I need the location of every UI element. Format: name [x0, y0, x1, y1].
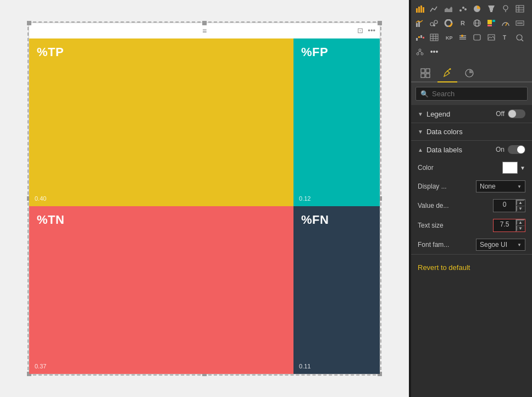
- legend-header[interactable]: ▼ Legend Off: [411, 105, 532, 123]
- svg-line-52: [522, 40, 523, 41]
- svg-line-57: [420, 51, 422, 53]
- handle-tm[interactable]: [202, 21, 207, 25]
- tab-bar: [411, 62, 532, 82]
- color-row: Color ▼: [411, 158, 532, 177]
- color-label: Color: [418, 164, 498, 172]
- svg-point-51: [517, 35, 522, 40]
- icon-decomp[interactable]: [413, 45, 426, 58]
- icon-waterfall[interactable]: [413, 31, 426, 44]
- data-labels-header[interactable]: ▲ Data labels On: [411, 141, 532, 158]
- handle-tl[interactable]: [27, 21, 31, 25]
- svg-point-47: [461, 35, 463, 37]
- icon-card[interactable]: [513, 16, 527, 30]
- svg-rect-9: [490, 9, 493, 10]
- more-options-icon[interactable]: •••: [368, 26, 375, 35]
- font-family-row: Font fam... Segoe UI ▼: [411, 235, 532, 254]
- icon-text[interactable]: T: [499, 31, 512, 44]
- treemap-cell-fn[interactable]: %FN 0.11: [293, 206, 380, 374]
- data-labels-toggle[interactable]: [508, 145, 525, 154]
- icon-funnel[interactable]: [485, 2, 498, 15]
- treemap-cell-fp[interactable]: %FP 0.12: [293, 38, 380, 206]
- svg-marker-8: [488, 5, 495, 9]
- display-dropdown-icon: ▼: [517, 184, 522, 189]
- right-panel: R KPI: [411, 0, 532, 397]
- search-bar: 🔍: [411, 82, 532, 105]
- svg-point-20: [434, 20, 437, 24]
- icon-image[interactable]: [485, 31, 498, 44]
- font-family-dropdown[interactable]: Segoe UI ▼: [476, 239, 525, 251]
- icon-gauge[interactable]: [499, 16, 512, 30]
- svg-text:T: T: [503, 35, 506, 41]
- color-swatch[interactable]: [502, 162, 518, 174]
- icon-matrix[interactable]: [428, 31, 441, 44]
- svg-point-6: [462, 7, 464, 9]
- icon-qs[interactable]: [513, 31, 527, 44]
- svg-point-21: [433, 24, 435, 26]
- text-size-input: 7.5 ▲ ▼: [493, 219, 525, 232]
- icon-table[interactable]: [513, 2, 527, 15]
- legend-section: ▼ Legend Off: [411, 105, 532, 123]
- svg-rect-48: [474, 35, 480, 40]
- icon-map[interactable]: [499, 2, 512, 15]
- color-dropdown-arrow[interactable]: ▼: [520, 165, 525, 171]
- icon-bar-chart[interactable]: [413, 2, 426, 15]
- data-labels-label: Data labels: [426, 146, 462, 154]
- font-family-label: Font fam...: [418, 241, 472, 249]
- text-size-down[interactable]: ▼: [516, 225, 525, 231]
- svg-rect-34: [416, 38, 418, 41]
- icon-slicer[interactable]: [456, 31, 469, 44]
- search-input-wrap[interactable]: 🔍: [415, 87, 528, 101]
- text-size-label: Text size: [418, 222, 489, 229]
- svg-rect-3: [423, 7, 424, 13]
- revert-to-default-button[interactable]: Revert to default: [418, 263, 470, 272]
- icon-treemap[interactable]: [485, 16, 498, 30]
- value-decimal-down[interactable]: ▼: [516, 206, 525, 212]
- icon-line-chart[interactable]: [428, 2, 441, 15]
- data-labels-chevron: ▲: [418, 147, 423, 153]
- icon-more-visualizations[interactable]: •••: [428, 45, 441, 58]
- data-labels-toggle-label: On: [496, 146, 505, 153]
- treemap: %TP 0.40 %FP 0.12 %TN 0.37 %FN 0.11: [29, 38, 380, 374]
- svg-rect-0: [416, 8, 418, 13]
- icon-area-chart[interactable]: [442, 2, 455, 15]
- icon-pie[interactable]: [470, 2, 484, 15]
- icon-scatter[interactable]: [456, 2, 469, 15]
- legend-toggle[interactable]: [508, 109, 525, 118]
- icon-combo[interactable]: [413, 16, 426, 30]
- svg-rect-28: [492, 20, 495, 22]
- svg-marker-4: [445, 7, 452, 12]
- svg-rect-59: [426, 69, 430, 73]
- handle-tr[interactable]: [378, 21, 382, 25]
- svg-point-63: [450, 68, 451, 70]
- expand-icon[interactable]: ⊡: [357, 26, 363, 35]
- tab-analytics[interactable]: [459, 65, 479, 82]
- treemap-cell-tp[interactable]: %TP 0.40: [29, 38, 293, 206]
- icon-scatter2[interactable]: [428, 16, 441, 30]
- text-size-value: 7.5: [494, 219, 516, 231]
- icon-shape[interactable]: [470, 31, 484, 44]
- display-label: Display ...: [418, 183, 472, 190]
- tab-fields[interactable]: [415, 65, 435, 82]
- icon-globe[interactable]: [470, 16, 484, 30]
- icon-kpi[interactable]: KPI: [442, 31, 455, 44]
- font-family-value: Segoe UI: [480, 241, 507, 249]
- drag-handle: ≡: [202, 26, 207, 35]
- svg-point-53: [419, 49, 421, 51]
- data-colors-header[interactable]: ▼ Data colors: [411, 123, 532, 140]
- treemap-cell-tn[interactable]: %TN 0.37: [29, 206, 293, 374]
- search-icon: 🔍: [420, 90, 429, 98]
- display-row: Display ... None ▼: [411, 177, 532, 196]
- icon-r-script[interactable]: R: [456, 16, 469, 30]
- visualization-icons: R KPI: [411, 0, 532, 62]
- text-size-row: Text size 7.5 ▲ ▼: [411, 216, 532, 235]
- text-size-up[interactable]: ▲: [516, 219, 525, 225]
- value-decimal-up[interactable]: ▲: [516, 200, 525, 206]
- display-dropdown[interactable]: None ▼: [476, 180, 525, 192]
- chart-container[interactable]: ≡ ⊡ ••• %TP 0.40 %FP 0.12 %TN 0.37 %FN 0: [29, 23, 380, 374]
- canvas-area: ≡ ⊡ ••• %TP 0.40 %FP 0.12 %TN 0.37 %FN 0: [0, 0, 409, 397]
- search-input[interactable]: [432, 90, 523, 98]
- svg-point-5: [459, 9, 462, 12]
- svg-rect-58: [421, 69, 425, 73]
- tab-format[interactable]: [437, 65, 457, 82]
- icon-donut[interactable]: [442, 16, 455, 30]
